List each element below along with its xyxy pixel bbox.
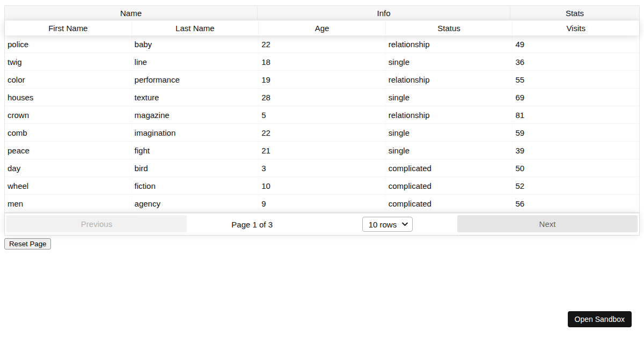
table-cell-last-name: performance <box>132 71 259 88</box>
reset-page-button[interactable]: Reset Page <box>4 238 51 249</box>
table-cell-age: 10 <box>259 177 386 194</box>
table-cell-visits: 56 <box>513 195 639 212</box>
table-cell-status: relationship <box>386 106 513 123</box>
table-row: peacefight21single39 <box>5 142 639 159</box>
table-cell-last-name: imagination <box>132 124 259 141</box>
column-header-row: First Name Last Name Age Status Visits <box>5 20 639 35</box>
pagination-bar: Previous Page 1 of 3 10 rows Next <box>5 212 639 235</box>
table-cell-visits: 50 <box>513 159 639 177</box>
table-column-headers: First Name Last Name Age Status Visits <box>5 20 639 35</box>
table-row: menagency9complicated56 <box>5 195 639 212</box>
table-row: daybird3complicated50 <box>5 159 639 177</box>
table-cell-first-name: color <box>5 71 132 88</box>
column-header-age[interactable]: Age <box>259 20 386 35</box>
table-cell-last-name: bird <box>132 159 259 177</box>
column-header-visits[interactable]: Visits <box>513 20 639 35</box>
table-cell-last-name: fight <box>132 142 259 159</box>
table-cell-status: single <box>386 53 513 70</box>
header-group-name: Name <box>5 6 258 20</box>
table-cell-age: 22 <box>259 35 386 53</box>
table-cell-visits: 59 <box>513 124 639 141</box>
table-cell-first-name: peace <box>5 142 132 159</box>
table-row: twigline18single36 <box>5 53 639 71</box>
table-cell-age: 5 <box>259 106 386 123</box>
header-group-stats: Stats <box>510 6 639 20</box>
table-cell-last-name: texture <box>132 89 259 106</box>
table-cell-first-name: men <box>5 195 132 212</box>
table-cell-first-name: houses <box>5 89 132 106</box>
pagination-previous-wrap: Previous <box>6 215 187 233</box>
table-cell-visits: 39 <box>513 142 639 159</box>
next-page-button[interactable]: Next <box>457 215 638 232</box>
table-cell-status: single <box>386 124 513 141</box>
table-cell-status: complicated <box>386 177 513 194</box>
table-cell-age: 22 <box>259 124 386 141</box>
table-row: wheelfiction10complicated52 <box>5 177 639 195</box>
table-cell-first-name: day <box>5 159 132 177</box>
table-cell-visits: 55 <box>513 71 639 88</box>
table-cell-visits: 52 <box>513 177 639 194</box>
table-cell-status: relationship <box>386 35 513 53</box>
table-cell-status: single <box>386 142 513 159</box>
table-cell-age: 9 <box>259 195 386 212</box>
table-cell-first-name: police <box>5 35 132 53</box>
table-cell-age: 19 <box>259 71 386 88</box>
table-header-groups: Name Info Stats <box>5 6 639 20</box>
table-cell-last-name: baby <box>132 35 259 53</box>
app-container: Name Info Stats First Name Last Name Age… <box>4 5 640 249</box>
table-body: policebaby22relationship49twigline18sing… <box>5 35 639 212</box>
table-cell-last-name: fiction <box>132 177 259 194</box>
table-cell-age: 28 <box>259 89 386 106</box>
table-cell-visits: 36 <box>513 53 639 70</box>
table-cell-age: 18 <box>259 53 386 70</box>
pagination-center: Page 1 of 3 10 rows <box>187 215 457 233</box>
table-row: colorperformance19relationship55 <box>5 71 639 89</box>
data-table: Name Info Stats First Name Last Name Age… <box>4 5 640 236</box>
table-row: policebaby22relationship49 <box>5 35 639 53</box>
open-sandbox-button[interactable]: Open Sandbox <box>568 311 632 327</box>
table-cell-visits: 69 <box>513 89 639 106</box>
page-size-select[interactable]: 10 rows <box>362 217 413 232</box>
table-cell-status: single <box>386 89 513 106</box>
table-cell-last-name: agency <box>132 195 259 212</box>
table-cell-age: 21 <box>259 142 386 159</box>
table-cell-last-name: magazine <box>132 106 259 123</box>
table-cell-status: relationship <box>386 71 513 88</box>
column-header-first-name[interactable]: First Name <box>5 20 132 35</box>
header-group-info: Info <box>258 6 510 20</box>
table-cell-first-name: twig <box>5 53 132 70</box>
table-cell-status: complicated <box>386 195 513 212</box>
table-cell-status: complicated <box>386 159 513 177</box>
table-cell-first-name: crown <box>5 106 132 123</box>
table-cell-visits: 49 <box>513 35 639 53</box>
column-header-status[interactable]: Status <box>386 20 513 35</box>
table-cell-visits: 81 <box>513 106 639 123</box>
table-cell-first-name: comb <box>5 124 132 141</box>
table-row: combimagination22single59 <box>5 124 639 142</box>
table-cell-age: 3 <box>259 159 386 177</box>
previous-page-button[interactable]: Previous <box>6 215 187 232</box>
table-cell-first-name: wheel <box>5 177 132 194</box>
header-group-row: Name Info Stats <box>5 6 639 20</box>
table-row: housestexture28single69 <box>5 89 639 106</box>
column-header-last-name[interactable]: Last Name <box>132 20 259 35</box>
page-size-select-wrap: 10 rows <box>362 217 413 232</box>
table-row: crownmagazine5relationship81 <box>5 106 639 124</box>
page-info: Page 1 of 3 <box>231 220 273 229</box>
table-cell-last-name: line <box>132 53 259 70</box>
pagination-next-wrap: Next <box>457 215 638 233</box>
